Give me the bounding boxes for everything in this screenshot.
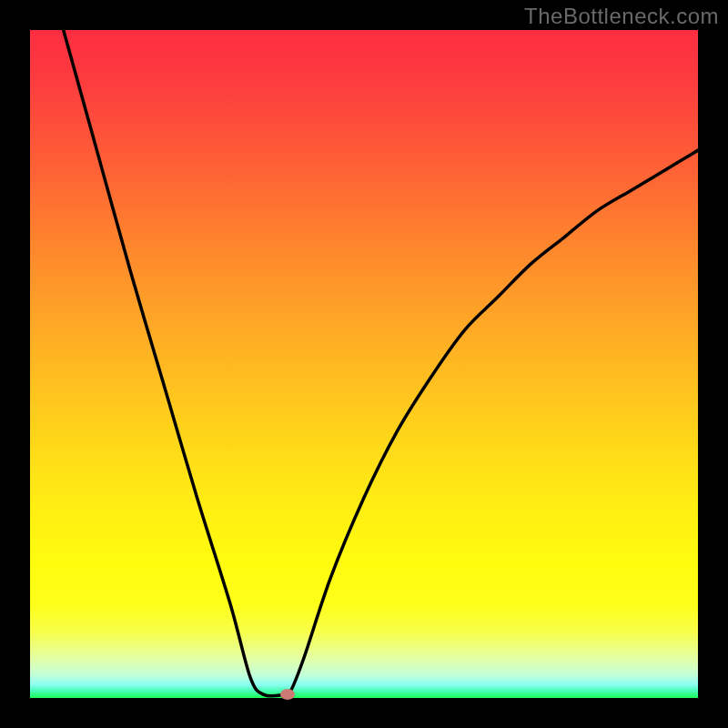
bottleneck-curve <box>30 30 698 698</box>
optimal-point-marker <box>280 689 295 700</box>
plot-area <box>30 30 698 698</box>
watermark-text: TheBottleneck.com <box>524 4 719 29</box>
